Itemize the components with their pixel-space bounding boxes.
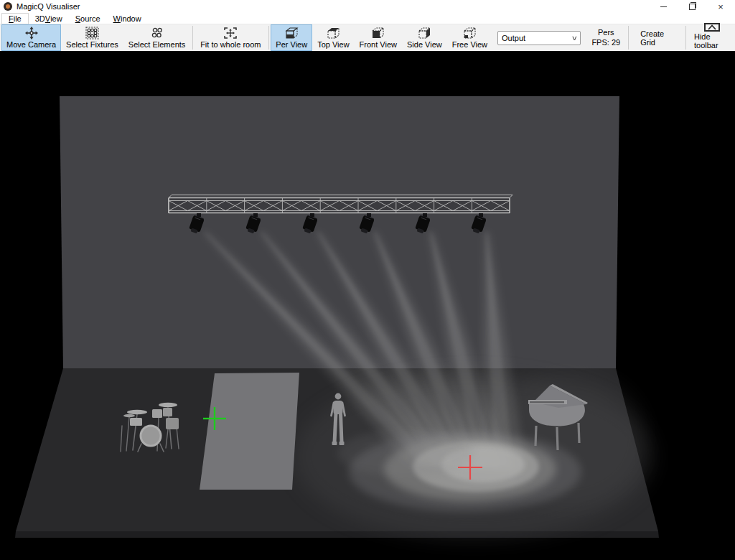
minimize-icon xyxy=(660,6,667,7)
chevron-up-icon xyxy=(704,23,720,32)
minimize-button[interactable] xyxy=(649,0,678,13)
toolbar-button-label: Top View xyxy=(317,40,349,49)
per-view-button[interactable]: Per View xyxy=(271,24,312,51)
side-view-button[interactable]: Side View xyxy=(402,24,447,51)
stage-front-edge xyxy=(15,531,659,538)
fps-value: FPS: 29 xyxy=(586,38,626,48)
side-view-icon xyxy=(418,27,431,39)
create-grid-button[interactable]: Create Grid xyxy=(631,29,683,47)
top-view-button[interactable]: Top View xyxy=(312,24,354,51)
select-elements-icon xyxy=(151,27,164,39)
move-camera-button[interactable]: Move Camera xyxy=(1,24,61,51)
toolbar-separator xyxy=(268,26,269,50)
menu-item-source[interactable]: Source xyxy=(69,14,107,24)
front-view-icon xyxy=(371,27,385,39)
window-title: MagicQ Visualiser xyxy=(17,2,80,11)
window-controls: × xyxy=(649,0,735,13)
select-fixtures-button[interactable]: Select Fixtures xyxy=(61,24,123,51)
select-elements-button[interactable]: Select Elements xyxy=(123,24,190,51)
toolbar-button-label: Select Fixtures xyxy=(66,40,118,49)
move-camera-icon xyxy=(24,27,39,39)
restore-button[interactable] xyxy=(678,0,706,13)
projection-mode-label: Pers xyxy=(586,28,626,38)
fit-to-room-icon xyxy=(223,27,238,39)
toolbar-separator xyxy=(192,26,193,50)
menu-item-window[interactable]: Window xyxy=(107,14,148,24)
toolbar-separator xyxy=(685,26,686,50)
close-icon: × xyxy=(718,2,724,11)
toolbar-button-label: Side View xyxy=(407,40,442,49)
toolbar-button-label: Front View xyxy=(360,40,397,49)
output-dropdown-value: Output xyxy=(502,34,525,42)
close-button[interactable]: × xyxy=(706,0,735,13)
hide-toolbar-button[interactable]: Hide toolbar xyxy=(688,24,735,51)
per-view-icon xyxy=(285,27,299,39)
visualiser-3d-viewport[interactable] xyxy=(0,51,735,560)
output-dropdown[interactable]: Output∨ xyxy=(497,31,581,45)
toolbar-button-label: Free View xyxy=(452,40,487,49)
toolbar-button-label: Select Elements xyxy=(128,40,185,49)
menu-item-file[interactable]: File xyxy=(1,13,29,24)
toolbar-button-label: Fit to whole room xyxy=(200,40,261,49)
menu-item-3d-view[interactable]: 3D View xyxy=(29,14,69,24)
app-logo-icon xyxy=(4,2,12,11)
free-view-icon xyxy=(463,27,477,39)
chevron-down-icon: ∨ xyxy=(571,34,577,42)
hide-toolbar-label: Hide toolbar xyxy=(694,32,729,50)
select-fixtures-icon xyxy=(85,27,99,39)
toolbar-button-label: Move Camera xyxy=(6,40,56,49)
fit-to-whole-room-button[interactable]: Fit to whole room xyxy=(195,24,266,51)
front-view-button[interactable]: Front View xyxy=(355,24,402,51)
fps-indicator: PersFPS: 29 xyxy=(586,28,626,48)
free-view-button[interactable]: Free View xyxy=(447,24,492,51)
lighting-truss[interactable] xyxy=(169,195,512,214)
toolbar-separator xyxy=(628,26,629,50)
title-bar: MagicQ Visualiser × xyxy=(0,0,735,13)
restore-icon xyxy=(689,4,696,10)
top-view-icon xyxy=(327,27,340,39)
menu-bar: File3D ViewSourceWindow xyxy=(0,13,735,24)
toolbar: Move CameraSelect FixturesSelect Element… xyxy=(0,24,735,51)
toolbar-button-label: Per View xyxy=(276,40,307,49)
stage-riser[interactable] xyxy=(200,373,299,490)
